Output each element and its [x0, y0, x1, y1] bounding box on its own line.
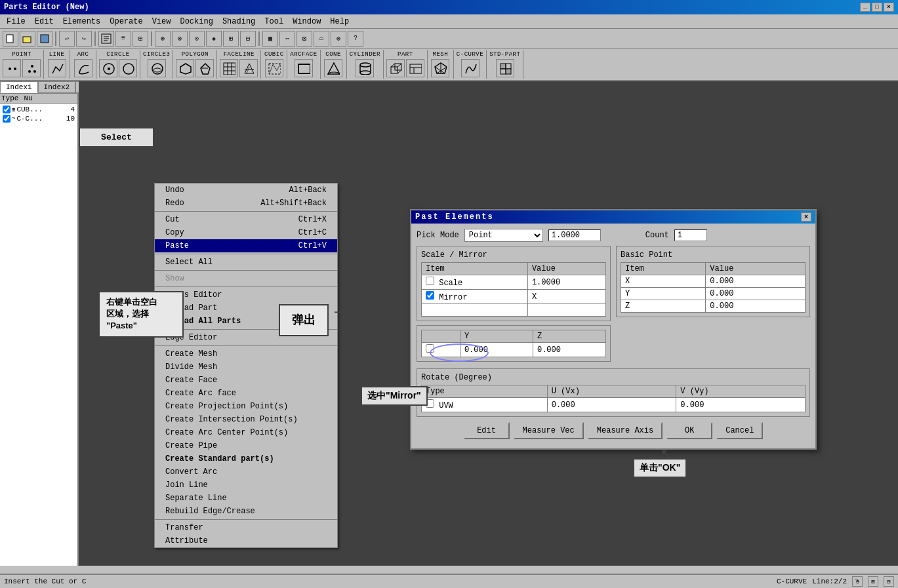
count-value[interactable]: [674, 229, 707, 241]
uvw-check: UVW: [422, 398, 548, 412]
mirror-checkbox[interactable]: [426, 291, 434, 300]
move-row: 0.000 0.000: [422, 343, 606, 357]
menu-operate[interactable]: Operate: [106, 16, 146, 28]
part-tool-1[interactable]: [386, 59, 405, 77]
ctx-create-projection[interactable]: Create Projection Point(s): [155, 400, 337, 413]
toolbar-btn15[interactable]: ⌂: [314, 31, 329, 47]
polygon-tool-2[interactable]: [195, 59, 214, 77]
main-area: Index1 Index2 I Type Nu ⊞ CUB... 4 ~ C-C…: [0, 81, 898, 566]
tab-index1[interactable]: Index1: [0, 81, 38, 93]
basic-point-title: Basic Point: [621, 250, 806, 260]
move-checkbox[interactable]: [426, 344, 434, 353]
menu-file[interactable]: File: [3, 16, 30, 28]
circle-tool-1[interactable]: [99, 59, 117, 77]
toolbar-save[interactable]: [37, 31, 52, 47]
ctx-join-line[interactable]: Join Line: [155, 479, 337, 492]
polygon-tool-1[interactable]: [176, 59, 194, 77]
ctx-separate-line[interactable]: Separate Line: [155, 492, 337, 505]
menu-help[interactable]: Help: [326, 16, 353, 28]
menu-tool[interactable]: Tool: [260, 16, 287, 28]
pick-mode-value[interactable]: [548, 229, 601, 241]
line-tool-1[interactable]: [48, 59, 66, 77]
close-button[interactable]: ×: [884, 3, 894, 12]
toolbar-redo[interactable]: ↪: [76, 31, 92, 47]
faceline-tool-1[interactable]: [220, 59, 238, 77]
cone-tool-1[interactable]: [324, 59, 342, 77]
ctx-create-face[interactable]: Create Face: [155, 374, 337, 387]
toolbar-new[interactable]: [3, 31, 18, 47]
minimize-button[interactable]: _: [860, 3, 870, 12]
toolbar-btn10[interactable]: ⊞: [223, 31, 239, 47]
mesh-tool-1[interactable]: [431, 59, 449, 77]
ctx-divide-mesh[interactable]: Divide Mesh: [155, 361, 337, 374]
toolbar-btn13[interactable]: ⋯: [279, 31, 295, 47]
ctx-create-mesh[interactable]: Create Mesh: [155, 347, 337, 361]
toolbar-btn12[interactable]: ▦: [262, 31, 278, 47]
ctx-create-intersection[interactable]: Create Intersection Point(s): [155, 413, 337, 426]
menu-shading[interactable]: Shading: [218, 16, 259, 28]
toolbar-undo[interactable]: ↩: [59, 31, 75, 47]
ctx-cut[interactable]: CutCtrl+X: [155, 213, 337, 226]
arcface-tool-1[interactable]: [295, 59, 313, 77]
ctx-redo[interactable]: RedoAlt+Shift+Back: [155, 197, 337, 210]
cancel-button[interactable]: Cancel: [716, 422, 763, 439]
callout-popup-text: 弹出: [292, 313, 316, 326]
toolbar-sep1: [55, 31, 56, 46]
menu-docking[interactable]: Docking: [176, 16, 216, 28]
toolbar-btn8[interactable]: ⊙: [189, 31, 205, 47]
edit-button[interactable]: Edit: [464, 422, 510, 439]
menu-edit[interactable]: Edit: [31, 16, 58, 28]
tree-item-1[interactable]: ⊞ CUB... 4: [1, 105, 76, 114]
tree-item-1-check[interactable]: [3, 106, 10, 113]
pick-mode-select[interactable]: Point: [464, 229, 543, 242]
measure-vec-button[interactable]: Measure Vec: [514, 422, 584, 439]
toolbar-btn9[interactable]: ◈: [206, 31, 222, 47]
ccurve-tool-1[interactable]: [461, 59, 480, 77]
cylinder-tool-1[interactable]: [356, 59, 374, 77]
past-elements-dialog[interactable]: Past Elements × Pick Mode Point Count: [410, 209, 817, 450]
arc-tool-1[interactable]: [74, 59, 92, 77]
tree-item-2-check[interactable]: [3, 115, 10, 123]
toolbar-btn5[interactable]: ⊞: [133, 31, 148, 47]
maximize-button[interactable]: □: [872, 3, 882, 12]
menu-view[interactable]: View: [148, 16, 175, 28]
toolbar-btn16[interactable]: ⊕: [331, 31, 346, 47]
cubic-tool-1[interactable]: [265, 59, 283, 77]
ctx-transfer[interactable]: Transfer: [155, 521, 337, 534]
toolbar-btn3[interactable]: [98, 31, 114, 47]
toolbar-btn17[interactable]: ?: [348, 31, 363, 47]
ctx-rebuild-edge[interactable]: Rebuild Edge/Crease: [155, 505, 337, 518]
canvas-area[interactable]: Select UndoAlt+Back RedoAlt+Shift+Back C…: [79, 81, 898, 566]
ctx-paste[interactable]: PasteCtrl+V: [155, 239, 337, 252]
toolbar-open[interactable]: [20, 31, 35, 47]
point-tool-1[interactable]: [3, 59, 21, 77]
toolbar-btn14[interactable]: ⊠: [296, 31, 312, 47]
tab-index2[interactable]: Index2: [38, 81, 76, 93]
tree-item-2[interactable]: ~ C-C... 10: [1, 114, 76, 123]
part-tool-2[interactable]: [406, 59, 424, 77]
ctx-attribute[interactable]: Attribute: [155, 534, 337, 547]
ctx-create-pipe[interactable]: Create Pipe: [155, 439, 337, 452]
dialog-close-button[interactable]: ×: [801, 212, 811, 222]
circle3-tool-1[interactable]: [148, 59, 166, 77]
ok-button[interactable]: OK: [666, 422, 712, 439]
ctx-create-arc-face[interactable]: Create Arc face: [155, 387, 337, 400]
circle-tool-2[interactable]: [119, 59, 137, 77]
toolbar-btn7[interactable]: ⊗: [172, 31, 188, 47]
point-tool-2[interactable]: [22, 59, 41, 77]
measure-axis-button[interactable]: Measure Axis: [588, 422, 663, 439]
toolbar-btn11[interactable]: ⊟: [240, 31, 256, 47]
toolbar-btn4[interactable]: ≡: [115, 31, 131, 47]
faceline-tool-2[interactable]: [239, 59, 258, 77]
stdpart-tool-1[interactable]: [496, 59, 514, 77]
menu-elements[interactable]: Elements: [59, 16, 105, 28]
menu-window[interactable]: Window: [289, 16, 325, 28]
ctx-select-all[interactable]: Select All: [155, 256, 337, 269]
ctx-create-arc-center[interactable]: Create Arc Center Point(s): [155, 426, 337, 439]
ctx-copy[interactable]: CopyCtrl+C: [155, 226, 337, 239]
ctx-create-standard[interactable]: Create Standard part(s): [155, 452, 337, 465]
ctx-undo[interactable]: UndoAlt+Back: [155, 184, 337, 197]
scale-checkbox[interactable]: [426, 277, 434, 285]
toolbar-btn6[interactable]: ⊕: [155, 31, 171, 47]
ctx-convert-arc[interactable]: Convert Arc: [155, 465, 337, 479]
